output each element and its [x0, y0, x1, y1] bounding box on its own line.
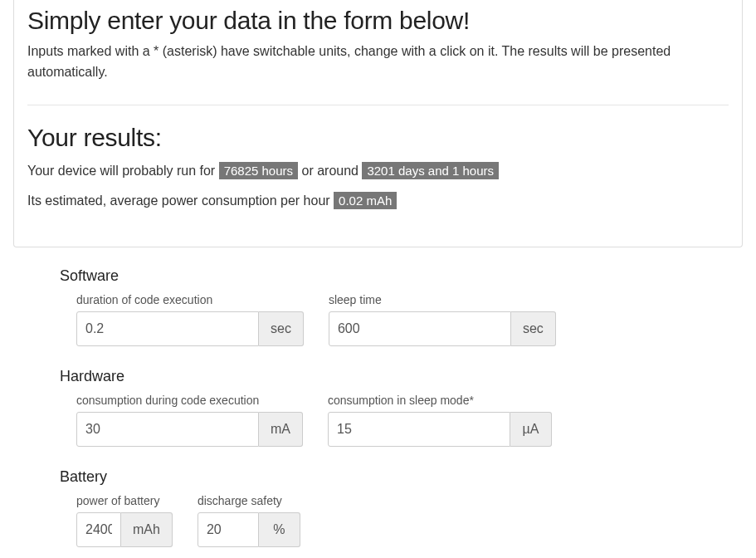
- duration-label: duration of code execution: [76, 293, 304, 306]
- result-consumption: Its estimated, average power consumption…: [27, 193, 729, 208]
- exec-consumption-unit[interactable]: mA: [259, 412, 303, 447]
- sleep-input[interactable]: [329, 311, 511, 346]
- exec-consumption-input-group: mA: [76, 412, 303, 447]
- sleep-consumption-unit[interactable]: µA: [510, 412, 552, 447]
- panel-subtext: Inputs marked with a * (asterisk) have s…: [27, 42, 729, 83]
- exec-consumption-field: consumption during code execution mA: [76, 394, 303, 447]
- panel-heading: Simply enter your data in the form below…: [27, 0, 729, 42]
- battery-section-title: Battery: [60, 468, 756, 486]
- sleep-label: sleep time: [329, 293, 556, 306]
- form-area: Software duration of code execution sec …: [0, 247, 756, 547]
- runtime-hours-badge: 76825 hours: [219, 162, 298, 179]
- divider: [27, 105, 729, 105]
- software-row: duration of code execution sec sleep tim…: [60, 293, 756, 346]
- battery-power-label: power of battery: [76, 494, 173, 507]
- sleep-unit[interactable]: sec: [511, 311, 556, 346]
- result-runtime-prefix: Your device will probably run for: [27, 164, 219, 178]
- results-heading: Your results:: [27, 124, 729, 152]
- exec-consumption-label: consumption during code execution: [76, 394, 303, 407]
- discharge-input[interactable]: [198, 512, 259, 547]
- avg-consumption-badge: 0.02 mAh: [334, 192, 397, 209]
- duration-input-group: sec: [76, 311, 304, 346]
- sleep-field: sleep time sec: [329, 293, 556, 346]
- sleep-consumption-input-group: µA: [328, 412, 552, 447]
- result-consumption-prefix: Its estimated, average power consumption…: [27, 193, 334, 208]
- result-runtime-mid: or around: [298, 164, 362, 178]
- discharge-label: discharge safety: [198, 494, 300, 507]
- battery-row: power of battery mAh discharge safety %: [60, 494, 756, 547]
- exec-consumption-input[interactable]: [76, 412, 259, 447]
- battery-power-input[interactable]: [76, 512, 121, 547]
- discharge-input-group: %: [198, 512, 300, 547]
- sleep-input-group: sec: [329, 311, 556, 346]
- battery-power-unit[interactable]: mAh: [121, 512, 173, 547]
- sleep-consumption-field: consumption in sleep mode* µA: [328, 394, 552, 447]
- software-section-title: Software: [60, 267, 756, 285]
- sleep-consumption-label: consumption in sleep mode*: [328, 394, 552, 407]
- info-panel: Simply enter your data in the form below…: [13, 0, 743, 247]
- duration-input[interactable]: [76, 311, 259, 346]
- duration-field: duration of code execution sec: [76, 293, 304, 346]
- discharge-unit[interactable]: %: [259, 512, 300, 547]
- runtime-days-badge: 3201 days and 1 hours: [362, 162, 499, 179]
- hardware-row: consumption during code execution mA con…: [60, 394, 756, 447]
- result-runtime: Your device will probably run for 76825 …: [27, 164, 729, 179]
- battery-power-input-group: mAh: [76, 512, 173, 547]
- sleep-consumption-input[interactable]: [328, 412, 510, 447]
- hardware-section-title: Hardware: [60, 368, 756, 385]
- duration-unit[interactable]: sec: [259, 311, 304, 346]
- battery-power-field: power of battery mAh: [76, 494, 173, 547]
- discharge-field: discharge safety %: [198, 494, 300, 547]
